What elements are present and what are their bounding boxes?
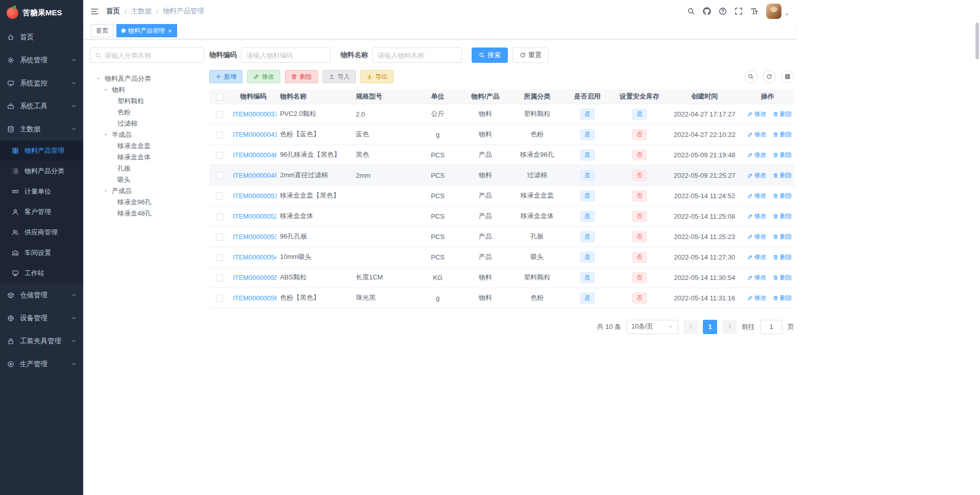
material-name-input[interactable] — [372, 48, 462, 63]
scrollbar-thumb[interactable] — [975, 22, 979, 59]
tree-node[interactable]: 移液盒盒体 — [90, 152, 204, 163]
fullscreen-icon[interactable] — [734, 7, 743, 15]
row-checkbox[interactable] — [216, 111, 223, 118]
edit-link[interactable]: 修改 — [747, 294, 767, 302]
delete-button[interactable]: 删除 — [285, 70, 318, 83]
row-checkbox[interactable] — [216, 172, 223, 179]
edit-link[interactable]: 修改 — [747, 171, 767, 180]
caret-down-icon[interactable] — [103, 87, 110, 92]
tree-search-input[interactable] — [105, 52, 199, 59]
sidebar-item[interactable]: 系统管理 — [0, 49, 83, 72]
tree-node[interactable]: 孔板 — [90, 163, 204, 174]
table-search-toggle-button[interactable] — [744, 70, 757, 83]
sidebar-item[interactable]: 系统工具 — [0, 95, 83, 117]
sidebar-subitem[interactable]: 物料产品分类 — [0, 161, 83, 181]
edit-link[interactable]: 修改 — [747, 232, 767, 241]
page-number-button[interactable]: 1 — [703, 320, 717, 334]
sidebar-item[interactable]: 工装夹具管理 — [0, 329, 83, 352]
delete-link[interactable]: 删除 — [773, 130, 792, 139]
material-code-input[interactable] — [241, 48, 331, 63]
edit-link[interactable]: 修改 — [747, 130, 767, 139]
material-code-link[interactable]: ITEM00000046 — [233, 151, 277, 159]
tree-node[interactable]: 移液盒48孔 — [90, 208, 204, 219]
question-icon[interactable] — [719, 7, 727, 15]
sidebar-subitem[interactable]: 计量单位 — [0, 181, 83, 202]
goto-page-input[interactable] — [760, 320, 782, 334]
search-button[interactable]: 搜索 — [472, 48, 508, 63]
caret-down-icon[interactable] — [785, 12, 789, 17]
tree-node[interactable]: 塑料颗粒 — [90, 96, 204, 107]
delete-link[interactable]: 删除 — [773, 110, 792, 119]
material-code-link[interactable]: ITEM00000049 — [233, 172, 277, 179]
material-code-link[interactable]: ITEM00000052 — [233, 213, 277, 220]
reset-button[interactable]: 重置 — [512, 48, 549, 63]
edit-link[interactable]: 修改 — [747, 192, 767, 200]
material-code-link[interactable]: ITEM00000051 — [233, 192, 277, 200]
row-checkbox[interactable] — [216, 295, 223, 302]
import-button[interactable]: 导入 — [323, 70, 356, 83]
search-icon[interactable] — [687, 7, 695, 15]
row-checkbox[interactable] — [216, 131, 223, 138]
delete-link[interactable]: 删除 — [773, 212, 792, 221]
delete-link[interactable]: 删除 — [773, 294, 792, 302]
sidebar-subitem[interactable]: 车间设置 — [0, 243, 83, 263]
app-logo[interactable]: 苦糖果MES — [0, 0, 83, 26]
tab-close-icon[interactable]: × — [168, 28, 172, 34]
avatar[interactable] — [766, 4, 781, 19]
prev-page-button[interactable] — [683, 320, 698, 334]
material-code-link[interactable]: ITEM00000041 — [233, 131, 277, 138]
sidebar-item[interactable]: 首页 — [0, 26, 83, 49]
sidebar-item[interactable]: 生产管理 — [0, 352, 83, 375]
delete-link[interactable]: 删除 — [773, 253, 792, 262]
select-all-checkbox[interactable] — [216, 93, 223, 101]
sidebar-subitem[interactable]: 供应商管理 — [0, 222, 83, 243]
scrollbar[interactable] — [975, 0, 979, 495]
delete-link[interactable]: 删除 — [773, 232, 792, 241]
edit-link[interactable]: 修改 — [747, 212, 767, 221]
material-code-link[interactable]: ITEM00000053 — [233, 233, 277, 241]
edit-link[interactable]: 修改 — [747, 151, 767, 159]
delete-link[interactable]: 删除 — [773, 171, 792, 180]
tree-node[interactable]: 吸头 — [90, 174, 204, 185]
sidebar-toggle-icon[interactable] — [90, 7, 99, 16]
tree-node[interactable]: 过滤棉 — [90, 118, 204, 129]
delete-link[interactable]: 删除 — [773, 192, 792, 200]
tab[interactable]: 首页 — [91, 24, 113, 37]
breadcrumb-item[interactable]: 主数据 — [131, 7, 152, 16]
material-code-link[interactable]: ITEM00000054 — [233, 253, 277, 261]
row-checkbox[interactable] — [216, 193, 223, 200]
tree-node[interactable]: 色粉 — [90, 107, 204, 118]
edit-link[interactable]: 修改 — [747, 253, 767, 262]
caret-down-icon[interactable] — [96, 76, 103, 81]
row-checkbox[interactable] — [216, 254, 223, 261]
tree-node[interactable]: 物料 — [90, 84, 204, 96]
edit-link[interactable]: 修改 — [747, 273, 767, 282]
add-button[interactable]: 新增 — [209, 70, 242, 83]
export-button[interactable]: 导出 — [360, 70, 394, 83]
row-checkbox[interactable] — [216, 152, 223, 159]
tree-node[interactable]: 物料及产品分类 — [90, 73, 204, 84]
material-code-link[interactable]: ITEM00000056 — [233, 294, 277, 302]
refresh-button[interactable] — [763, 70, 776, 83]
row-checkbox[interactable] — [216, 213, 223, 220]
tree-node[interactable]: 半成品 — [90, 129, 204, 140]
row-checkbox[interactable] — [216, 274, 223, 281]
edit-button[interactable]: 修改 — [247, 70, 280, 83]
material-code-link[interactable]: ITEM00000037 — [233, 110, 277, 118]
next-page-button[interactable] — [722, 320, 737, 334]
sidebar-subitem[interactable]: 物料产品管理 — [0, 140, 83, 161]
tree-node[interactable]: 产成品 — [90, 185, 204, 197]
sidebar-subitem[interactable]: 客户管理 — [0, 202, 83, 222]
sidebar-item[interactable]: 仓储管理 — [0, 284, 83, 307]
material-code-link[interactable]: ITEM00000055 — [233, 274, 277, 281]
breadcrumb-item[interactable]: 首页 — [106, 7, 120, 16]
row-checkbox[interactable] — [216, 233, 223, 241]
delete-link[interactable]: 删除 — [773, 151, 792, 159]
delete-link[interactable]: 删除 — [773, 273, 792, 282]
tree-node[interactable]: 移液盒96孔 — [90, 197, 204, 208]
tab[interactable]: 物料产品管理× — [116, 24, 177, 37]
github-icon[interactable] — [703, 7, 711, 15]
sidebar-item[interactable]: 主数据 — [0, 117, 83, 140]
page-size-select[interactable]: 10条/页 — [626, 320, 678, 334]
sidebar-item[interactable]: 设备管理 — [0, 307, 83, 329]
